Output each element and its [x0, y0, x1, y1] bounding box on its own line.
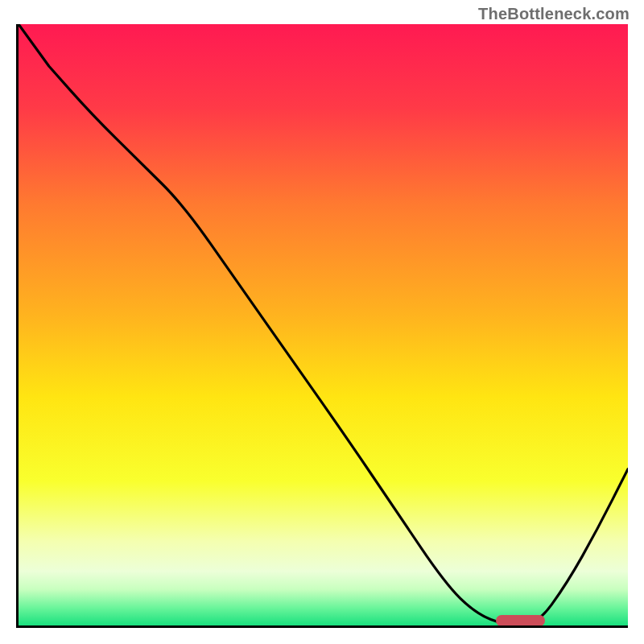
optimal-range-marker	[496, 615, 545, 626]
chart-plot-area	[16, 24, 628, 628]
watermark-text: TheBottleneck.com	[478, 5, 630, 23]
bottleneck-curve	[19, 24, 628, 625]
